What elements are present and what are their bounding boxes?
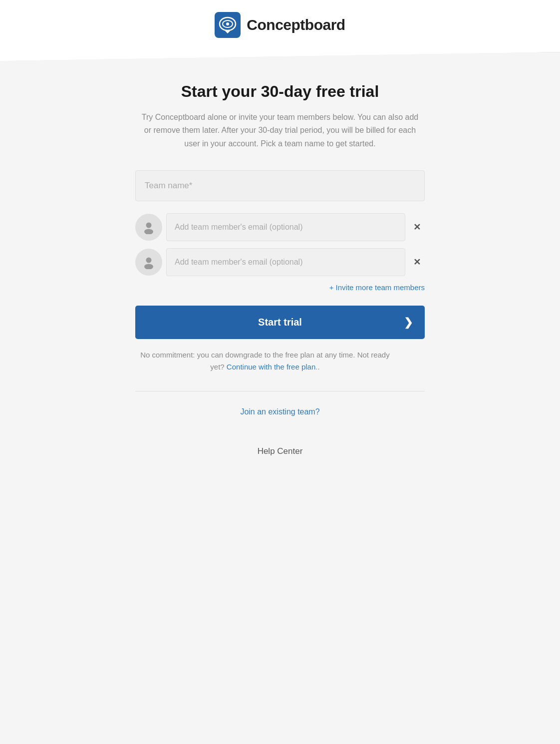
user-icon-1 bbox=[142, 220, 156, 234]
member-row-1: ✕ bbox=[135, 213, 425, 241]
page-description: Try Conceptboard alone or invite your te… bbox=[140, 111, 420, 150]
team-name-input[interactable] bbox=[135, 170, 425, 201]
avatar-1 bbox=[135, 214, 162, 241]
svg-point-8 bbox=[146, 258, 152, 263]
svg-point-6 bbox=[146, 223, 152, 228]
main-content: Start your 30-day free trial Try Concept… bbox=[110, 52, 450, 496]
member-email-input-2[interactable] bbox=[166, 248, 405, 276]
logo-container: Conceptboard bbox=[215, 12, 345, 38]
free-plan-link[interactable]: Continue with the free plan bbox=[227, 363, 315, 371]
page-title: Start your 30-day free trial bbox=[181, 82, 379, 101]
no-commitment-suffix: .. bbox=[315, 363, 319, 371]
member-row-2: ✕ bbox=[135, 248, 425, 276]
page-header: Conceptboard bbox=[0, 0, 560, 52]
start-trial-button[interactable]: Start trial ❯ bbox=[135, 306, 425, 339]
user-icon-2 bbox=[142, 255, 156, 269]
svg-point-9 bbox=[144, 264, 153, 270]
no-commitment-text: No commitment: you can downgrade to the … bbox=[135, 349, 395, 373]
start-trial-label: Start trial bbox=[258, 317, 302, 328]
remove-member-2-button[interactable]: ✕ bbox=[409, 254, 425, 271]
signup-form: ✕ ✕ + Invite more team members Start tri… bbox=[135, 170, 425, 391]
logo-text: Conceptboard bbox=[247, 16, 345, 33]
help-center-text: Help Center bbox=[258, 446, 303, 456]
avatar-2 bbox=[135, 249, 162, 276]
join-existing-team-link[interactable]: Join an existing team? bbox=[240, 407, 319, 416]
svg-point-7 bbox=[144, 229, 153, 235]
remove-member-1-button[interactable]: ✕ bbox=[409, 219, 425, 236]
invite-more-button[interactable]: + Invite more team members bbox=[329, 283, 425, 292]
member-email-input-1[interactable] bbox=[166, 213, 405, 241]
conceptboard-logo-icon bbox=[215, 12, 241, 38]
svg-point-3 bbox=[226, 22, 229, 25]
invite-more-row: + Invite more team members bbox=[135, 283, 425, 292]
section-divider bbox=[135, 391, 425, 391]
chevron-right-icon: ❯ bbox=[404, 316, 413, 329]
